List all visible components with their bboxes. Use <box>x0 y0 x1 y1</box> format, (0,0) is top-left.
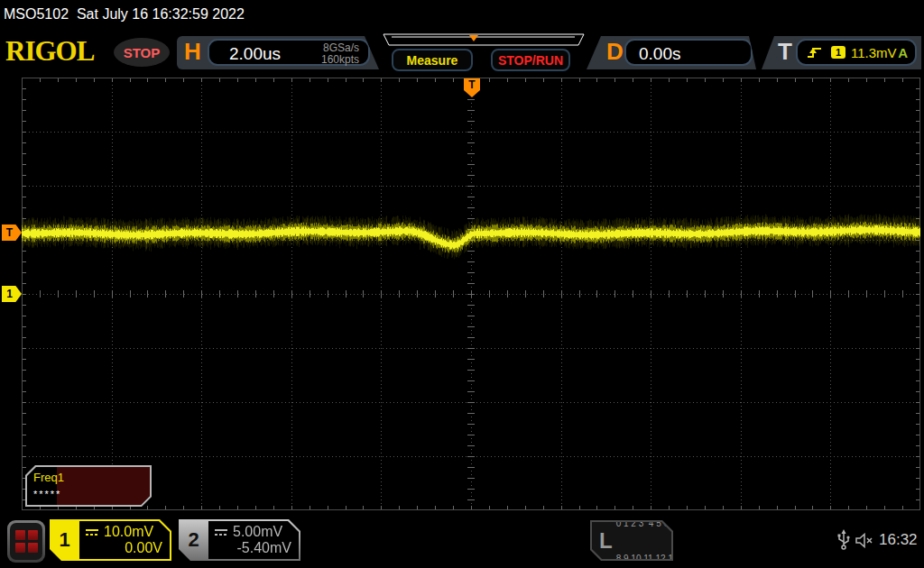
menu-grid-icon[interactable] <box>7 520 45 563</box>
stop-run-button[interactable]: STOP/RUN <box>491 49 570 71</box>
dc-coupling-icon <box>214 527 228 537</box>
rising-edge-trigger-icon <box>807 45 823 60</box>
channel1-offset: 0.00V <box>85 540 162 556</box>
delay-settings[interactable]: D 0.00s <box>587 36 756 69</box>
trigger-settings[interactable]: T 1 11.3mV A <box>762 36 921 69</box>
channel1-scale: 10.0mV <box>104 524 153 540</box>
acquisition-state-badge: STOP <box>114 38 170 67</box>
channel1-number: 1 <box>50 519 79 561</box>
measurement-panel-background <box>57 467 150 505</box>
speaker-muted-icon <box>855 533 877 548</box>
trigger-sweep-mode: A <box>898 45 908 60</box>
delay-pill[interactable]: 0.00s <box>624 39 753 66</box>
delay-value: 0.00s <box>639 44 680 64</box>
trigger-label: T <box>778 38 792 66</box>
waveform-display[interactable] <box>22 78 920 510</box>
channel2-status-box[interactable]: 2 5.00mV -5.40mV <box>179 519 300 561</box>
channel2-offset: -5.40mV <box>214 540 291 556</box>
model-and-datetime: MSO5102 Sat July 16 16:32:59 2022 <box>4 6 245 23</box>
trigger-level-value: 11.3mV <box>851 45 897 60</box>
logic-channels-box[interactable]: L 0 1 2 3 4 5 6 7 8 9 10 11 12 13 14 15 <box>590 520 673 561</box>
trigger-pill[interactable]: 1 11.3mV A <box>796 39 917 66</box>
logic-label: L <box>599 528 613 554</box>
measurement-name: Freq1 <box>33 471 64 484</box>
delay-label: D <box>606 38 624 66</box>
channel1-ground-marker[interactable]: 1 <box>2 286 22 302</box>
memory-depth: 160kpts <box>321 54 359 66</box>
horizontal-settings[interactable]: H 2.00us 8GSa/s 160kpts <box>177 36 379 69</box>
clock: 16:32 <box>879 531 918 549</box>
timebase-pill[interactable]: 2.00us 8GSa/s 160kpts <box>208 39 370 66</box>
timebase-value: 2.00us <box>229 44 281 64</box>
measurement-panel[interactable]: Freq1 ***** <box>25 465 152 507</box>
measurement-value: ***** <box>33 489 61 499</box>
measure-button[interactable]: Measure <box>392 49 473 71</box>
dc-coupling-icon <box>85 527 99 537</box>
trigger-level-marker[interactable]: T <box>2 224 22 241</box>
horizontal-position-indicator[interactable] <box>383 33 585 46</box>
channel2-number: 2 <box>179 519 208 561</box>
horizontal-label: H <box>184 38 201 66</box>
usb-icon <box>837 529 850 551</box>
channel1-status-box[interactable]: 1 10.0mV 0.00V <box>50 519 171 561</box>
trigger-source-badge: 1 <box>831 46 845 59</box>
oscilloscope-screen: MSO5102 Sat July 16 16:32:59 2022 RIGOL … <box>0 0 924 568</box>
rigol-logo: RIGOL <box>5 35 94 68</box>
channel2-scale: 5.00mV <box>233 524 282 540</box>
sample-rate-block: 8GSa/s 160kpts <box>321 42 359 66</box>
